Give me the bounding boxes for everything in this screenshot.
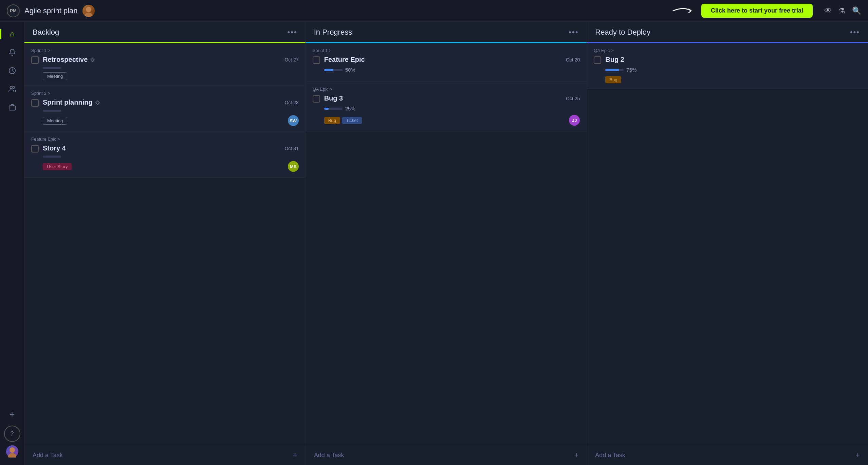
task-checkbox[interactable] [313,56,320,64]
add-task-label: Add a Task [314,452,344,459]
sidebar-item-help[interactable]: ? [4,426,20,442]
task-date: Oct 27 [284,57,298,62]
add-task-backlog[interactable]: Add a Task + [24,445,306,465]
task-name-row: Story 4 Oct 31 [43,144,299,152]
eye-icon[interactable]: 👁 [824,6,832,15]
task-card[interactable]: QA Epic > Bug 3 Oct 25 25% BugTicket [306,82,587,131]
task-name-row: Feature Epic Oct 20 [324,56,580,64]
task-footer: Meeting [43,72,299,80]
sidebar-item-add[interactable]: + [4,406,20,422]
svg-point-6 [8,453,16,458]
sidebar-user-avatar[interactable] [6,445,18,458]
task-name: Retrospective ◇ [43,56,94,64]
topbar: PM Agile sprint plan Click here to start… [0,0,868,22]
column-body-backlog: Sprint 1 > Retrospective ◇ Oct 27 Meetin… [24,43,306,445]
pm-logo: PM [7,4,20,17]
add-task-plus-icon: + [293,451,297,460]
task-parent[interactable]: Sprint 1 > [313,48,580,53]
sidebar-item-people[interactable] [4,81,20,97]
search-icon[interactable]: 🔍 [852,6,861,15]
progress-bar-wrap [43,67,299,69]
column-in-progress: In Progress ••• Sprint 1 > Feature Epic … [306,22,587,465]
task-checkbox[interactable] [594,56,601,64]
task-card[interactable]: Sprint 1 > Feature Epic Oct 20 50% [306,43,587,82]
sidebar-item-recent[interactable] [4,62,20,79]
task-checkbox[interactable] [313,95,320,103]
sidebar-item-home[interactable]: ⌂ [4,26,20,42]
task-checkbox[interactable] [31,145,39,153]
task-name-row: Sprint planning ◇ Oct 28 [43,99,299,106]
arrow-icon [670,5,697,17]
free-trial-button[interactable]: Click here to start your free trial [701,4,813,18]
task-name-row: Retrospective ◇ Oct 27 [43,56,299,64]
tag-list: User Story [43,163,72,170]
column-title-in-progress: In Progress [314,28,352,37]
column-body-ready-to-deploy: QA Epic > Bug 2 75% Bug [587,43,868,445]
task-parent[interactable]: QA Epic > [594,48,861,53]
svg-point-3 [10,86,12,89]
task-date: Oct 31 [284,146,298,151]
filter-icon[interactable]: ⚗ [838,6,845,15]
progress-text: 75% [626,67,636,73]
progress-bar-track [324,108,343,110]
task-name: Story 4 [43,144,66,152]
tag-list: Bug [605,76,621,83]
task-parent[interactable]: Feature Epic > [31,137,299,142]
task-row: Story 4 Oct 31 User Story MS [31,144,299,172]
progress-bar-track [43,110,61,112]
task-parent[interactable]: Sprint 1 > [31,48,299,53]
column-header-backlog: Backlog ••• [24,22,306,43]
task-parent[interactable]: QA Epic > [313,87,580,92]
progress-bar-wrap [43,110,299,112]
svg-point-5 [10,447,15,453]
task-checkbox[interactable] [31,56,39,64]
add-task-label: Add a Task [33,452,63,459]
task-tag: Ticket [342,117,362,124]
task-row: Retrospective ◇ Oct 27 Meeting [31,56,299,80]
task-name-row: Bug 3 Oct 25 [324,94,580,102]
app-title: Agile sprint plan [24,6,78,15]
task-content: Sprint planning ◇ Oct 28 Meeting SW [43,99,299,126]
svg-point-1 [85,13,93,17]
task-parent[interactable]: Sprint 2 > [31,91,299,96]
task-avatar: MS [288,161,299,172]
add-task-ready-to-deploy[interactable]: Add a Task + [587,445,868,465]
tag-list: Meeting [43,117,67,125]
task-name: Sprint planning ◇ [43,99,99,106]
column-menu-ready-to-deploy[interactable]: ••• [850,28,860,37]
task-name: Bug 3 [324,94,343,102]
progress-bar-wrap [43,156,299,158]
sidebar-item-briefcase[interactable] [4,99,20,115]
add-task-plus-icon: + [855,451,860,460]
column-menu-backlog[interactable]: ••• [288,28,297,37]
user-avatar-top[interactable] [82,5,95,17]
task-card[interactable]: Sprint 1 > Retrospective ◇ Oct 27 Meetin… [24,43,306,86]
progress-bar-track [324,69,343,71]
add-task-plus-icon: + [574,451,578,460]
progress-bar-track [43,156,61,158]
milestone-icon: ◇ [95,99,99,106]
progress-bar-fill [605,69,619,71]
task-card[interactable]: QA Epic > Bug 2 75% Bug [587,43,868,89]
task-date: Oct 28 [284,100,298,105]
progress-bar-fill [324,108,329,110]
task-avatar: SW [288,115,299,126]
task-row: Feature Epic Oct 20 50% [313,56,580,76]
progress-bar-wrap: 25% [324,106,580,111]
board: Backlog ••• Sprint 1 > Retrospective ◇ O… [24,22,868,465]
task-footer: BugTicket JJ [324,115,580,126]
add-task-in-progress[interactable]: Add a Task + [306,445,587,465]
task-footer: Meeting SW [43,115,299,126]
sidebar-item-notifications[interactable] [4,44,20,60]
topbar-icons: 👁 ⚗ 🔍 [824,6,861,15]
task-checkbox[interactable] [31,99,39,107]
task-date: Oct 25 [566,96,580,101]
progress-bar-wrap: 50% [324,67,580,73]
task-content: Bug 3 Oct 25 25% BugTicket JJ [324,94,580,126]
column-menu-in-progress[interactable]: ••• [569,28,578,37]
task-name: Bug 2 [605,56,624,64]
column-header-in-progress: In Progress ••• [306,22,587,43]
task-card[interactable]: Feature Epic > Story 4 Oct 31 User Story [24,132,306,178]
task-card[interactable]: Sprint 2 > Sprint planning ◇ Oct 28 Meet… [24,86,306,132]
task-footer: Bug [605,76,861,83]
